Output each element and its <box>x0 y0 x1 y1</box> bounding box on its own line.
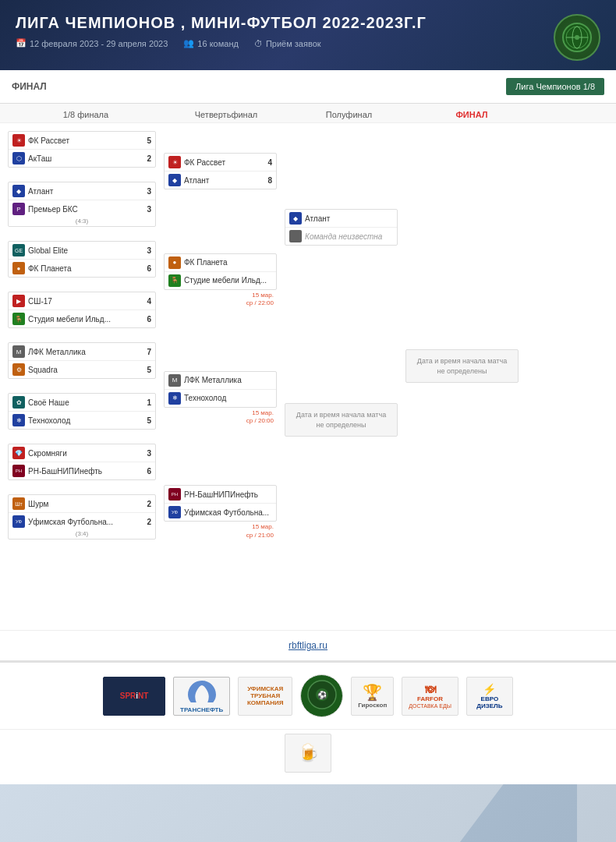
team-name: Шурм <box>28 500 139 508</box>
sponsor-sprint: SPRiNT <box>103 677 165 716</box>
website-link[interactable]: rbftliga.ru <box>289 640 327 651</box>
match-qf3: M ЛФК Металлика ❄ Технохолод 15 мар.ср /… <box>164 371 277 427</box>
match-date-qf3: 15 мар.ср / 20:00 <box>164 409 277 427</box>
date-range: 📅 12 февраля 2023 - 29 апреля 2023 <box>16 38 168 48</box>
team-icon: 💎 <box>12 447 25 459</box>
team-score: 4 <box>142 297 151 306</box>
status: ⏱ Приём заявок <box>254 38 321 48</box>
match-card-m4: ▶ СШ-17 4 🪑 Студия мебели Ильд... 6 <box>8 292 156 328</box>
match-card-qf4: РН РН-БашНИПИнефть УФ Уфимская Футбольна… <box>164 485 277 522</box>
team-name: Уфимская Футбольна... <box>28 518 139 526</box>
clock-icon: ⏱ <box>254 39 263 48</box>
team-score: 2 <box>142 500 151 508</box>
match-qf2: ● ФК Планета 🪑 Студие мебели Ильд... 15 … <box>164 253 277 310</box>
team-row: ☀ ФК Рассвет 4 <box>165 154 276 171</box>
r8-column: ☀ ФК Рассвет 5 ⬡ АкТаш 2 <box>8 131 160 541</box>
match-r8-8: Шт Шурм 2 УФ Уфимская Футбольна... 2 (3:… <box>8 494 156 540</box>
team-icon: GE <box>12 244 25 256</box>
match-r8-7: 💎 Скромняги 3 РН РН-БашНИПИнефть 6 <box>8 444 156 480</box>
match-sf1: ◆ Атлант Команда неизвестна <box>285 209 398 247</box>
team-row: ◆ Атлант 8 <box>165 171 276 189</box>
round-header-r8: 1/8 финала <box>8 110 164 119</box>
match-r8-1: ☀ ФК Рассвет 5 ⬡ АкТаш 2 <box>8 131 156 168</box>
team-row: GE Global Elite 3 <box>9 242 155 259</box>
team-name: Уфимская Футбольна... <box>184 508 272 517</box>
match-r8-4: ▶ СШ-17 4 🪑 Студия мебели Ильд... 6 <box>8 292 156 328</box>
match-card-m6: ✿ Своё Наше 1 ❄ Технохолод 5 <box>8 393 156 430</box>
team-score: 6 <box>142 467 151 476</box>
team-score: 2 <box>142 518 151 526</box>
team-row: ⚙ Squadra 5 <box>9 360 155 378</box>
teams-icon: 👥 <box>183 38 194 48</box>
team-icon: УФ <box>12 515 25 528</box>
team-name: ЛФК Металлика <box>184 376 272 384</box>
match-r8-3: GE Global Elite 3 ● ФК Планета 6 <box>8 241 156 278</box>
team-row: РН РН-БашНИПИнефть <box>165 486 276 503</box>
match-qf4: РН РН-БашНИПИнефть УФ Уфимская Футбольна… <box>164 485 277 541</box>
match-r8-5: M ЛФК Металлика 7 ⚙ Squadra 5 <box>8 342 156 379</box>
team-name: Скромняги <box>28 449 139 458</box>
match-r8-6: ✿ Своё Наше 1 ❄ Технохолод 5 <box>8 393 156 430</box>
team-score: 3 <box>142 246 151 255</box>
team-icon <box>289 230 302 242</box>
match-date-qf2: 15 мар.ср / 22:00 <box>164 292 277 310</box>
match-card-m5: M ЛФК Металлика 7 ⚙ Squadra 5 <box>8 342 156 379</box>
match-card-sf1: ◆ Атлант Команда неизвестна <box>285 209 398 246</box>
team-icon: P <box>12 203 25 215</box>
match-final: Дата и время начала матча не определены <box>405 349 519 383</box>
team-name-unknown: Команда неизвестна <box>305 232 393 241</box>
team-icon: ◆ <box>12 185 25 197</box>
sponsors-row2: 🍺 <box>0 729 616 784</box>
team-name: ФК Планета <box>28 264 139 273</box>
team-row: ❄ Технохолод 5 <box>9 411 155 429</box>
sponsor-fed: ⚽ <box>300 674 343 717</box>
match-card-m7: 💎 Скромняги 3 РН РН-БашНИПИнефть 6 <box>8 444 156 480</box>
match-card-m8: Шт Шурм 2 УФ Уфимская Футбольна... 2 (3:… <box>8 494 156 540</box>
team-name: ЛФК Металлика <box>28 348 139 356</box>
team-row: Команда неизвестна <box>285 227 397 245</box>
team-name: РН-БашНИПИнефть <box>184 490 272 499</box>
team-score: 8 <box>263 176 272 185</box>
team-score: 5 <box>142 366 151 374</box>
sponsor-ufimsk: УФИМСКАЯТРУБНАЯКОМПАНИЯ <box>238 677 292 716</box>
team-row: P Премьер БКС 3 <box>9 200 155 218</box>
main-content: ФИНАЛ Лига Чемпионов 1/8 1/8 финала Четв… <box>0 70 616 660</box>
match-card-m2: ◆ Атлант 3 P Премьер БКС 3 (4:3) <box>8 182 156 227</box>
team-row: УФ Уфимская Футбольна... 2 <box>9 512 155 530</box>
page-title: ЛИГА ЧЕМПИОНОВ , МИНИ-ФУТБОЛ 2022-2023Г.… <box>16 14 427 32</box>
team-name: ФК Рассвет <box>184 158 260 167</box>
sponsor-transneft: ТРАНСНЕФТЬ <box>173 677 230 716</box>
team-icon: ☀ <box>168 156 181 168</box>
header-left: ЛИГА ЧЕМПИОНОВ , МИНИ-ФУТБОЛ 2022-2023Г.… <box>16 14 427 48</box>
team-name: Студия мебели Ильд... <box>28 315 139 324</box>
sponsors-section: SPRiNT ТРАНСНЕФТЬ УФИМСКАЯТРУБНАЯКОМПАНИ… <box>0 660 616 729</box>
team-row: ▶ СШ-17 4 <box>9 292 155 310</box>
svg-point-4 <box>575 35 579 40</box>
team-name: Squadra <box>28 366 139 374</box>
team-icon: ☀ <box>12 134 25 147</box>
match-card-m1: ☀ ФК Рассвет 5 ⬡ АкТаш 2 <box>8 131 156 168</box>
teams-count: 👥 16 команд <box>183 38 239 48</box>
match-pending-final: Дата и время начала матча не определены <box>405 349 519 383</box>
team-icon: Шт <box>12 497 25 510</box>
team-icon: 🪑 <box>168 274 181 287</box>
team-icon: УФ <box>168 506 181 518</box>
team-score: 4 <box>263 158 272 167</box>
team-name: ФК Рассвет <box>28 136 139 145</box>
team-row: ✿ Своё Наше 1 <box>9 394 155 411</box>
page-header: ЛИГА ЧЕМПИОНОВ , МИНИ-ФУТБОЛ 2022-2023Г.… <box>0 0 616 70</box>
header-meta: 📅 12 февраля 2023 - 29 апреля 2023 👥 16 … <box>16 38 427 48</box>
match-qf1: ☀ ФК Рассвет 4 ◆ Атлант 8 <box>164 153 277 191</box>
round-header-sf: Полуфинал <box>289 110 409 119</box>
team-row: 🪑 Студия мебели Ильд... 6 <box>9 310 155 327</box>
team-score: 2 <box>142 154 151 163</box>
team-score: 5 <box>142 416 151 425</box>
team-row: ◆ Атлант <box>285 210 397 227</box>
team-name: Атлант <box>184 176 260 185</box>
sponsor-beer: 🍺 <box>285 734 331 773</box>
match-card-qf3: M ЛФК Металлика ❄ Технохолод <box>164 371 277 408</box>
team-row: УФ Уфимская Футбольна... <box>165 503 276 521</box>
round-header-qf: Четвертьфинал <box>164 110 289 119</box>
rounds-header: 1/8 финала Четвертьфинал Полуфинал ФИНАЛ <box>0 104 616 123</box>
team-score: 3 <box>142 205 151 214</box>
